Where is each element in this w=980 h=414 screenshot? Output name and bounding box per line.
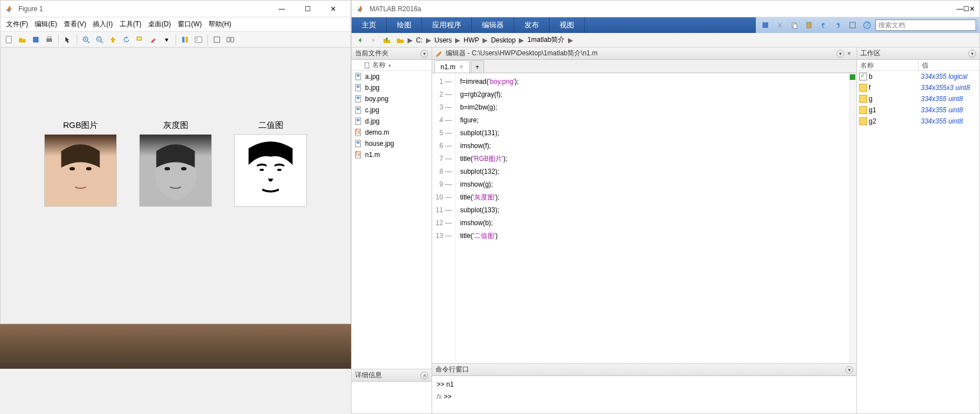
close-button[interactable]: ✕ bbox=[320, 1, 346, 17]
redo-icon[interactable] bbox=[832, 19, 844, 31]
add-tab-button[interactable]: + bbox=[471, 60, 484, 73]
code-line[interactable]: imshow(b); bbox=[460, 217, 519, 230]
workspace-variable[interactable]: f334x355x3 uint8 bbox=[857, 82, 979, 93]
command-line[interactable]: fx >> bbox=[437, 391, 852, 403]
code-line[interactable]: subplot(131); bbox=[460, 127, 519, 140]
panel-header[interactable]: 详细信息 ʌ bbox=[352, 369, 432, 382]
path-segment[interactable]: C: bbox=[414, 35, 425, 45]
file-row[interactable]: fxdemo.m bbox=[352, 127, 432, 138]
code-line[interactable]: figure; bbox=[460, 114, 519, 127]
minimize-button[interactable]: — bbox=[957, 5, 963, 13]
file-row[interactable]: c.jpg bbox=[352, 104, 432, 116]
brush-icon[interactable] bbox=[147, 34, 159, 46]
search-input[interactable]: 搜索文档 bbox=[875, 20, 976, 31]
menu-item[interactable]: 插入(I) bbox=[89, 18, 116, 31]
workspace-list[interactable]: b334x355 logicalf334x355x3 uint8g334x355… bbox=[857, 71, 979, 413]
file-row[interactable]: d.jpg bbox=[352, 116, 432, 127]
back-button[interactable] bbox=[354, 34, 366, 46]
code-line[interactable]: f=imread('boy.png'); bbox=[460, 75, 519, 88]
menu-item[interactable]: 工具(T) bbox=[116, 18, 145, 31]
workspace-variable[interactable]: g2334x355 uint8 bbox=[857, 116, 979, 127]
name-column[interactable]: 名称 bbox=[857, 60, 919, 70]
zoom-in-icon[interactable] bbox=[80, 34, 92, 46]
code-content[interactable]: f=imread('boy.png');g=rgb2gray(f);b=im2b… bbox=[456, 73, 523, 363]
dock2-icon[interactable] bbox=[224, 34, 236, 46]
print-icon[interactable] bbox=[43, 34, 55, 46]
code-line[interactable]: g=rgb2gray(f); bbox=[460, 88, 519, 101]
file-list[interactable]: a.jpgb.jpgboy.pngc.jpgd.jpgfxdemo.mhouse… bbox=[352, 71, 432, 369]
menu-item[interactable]: 桌面(D) bbox=[145, 18, 174, 31]
code-line[interactable]: title('RGB图片'); bbox=[460, 153, 519, 165]
switch-icon[interactable] bbox=[846, 19, 859, 31]
command-line[interactable]: >> n1 bbox=[437, 378, 852, 391]
pointer-icon[interactable] bbox=[61, 34, 74, 46]
workspace-variable[interactable]: g1334x355 uint8 bbox=[857, 104, 979, 116]
zoom-out-icon[interactable] bbox=[93, 34, 106, 46]
maximize-button[interactable]: ☐ bbox=[963, 5, 969, 13]
toolstrip-tab[interactable]: 应用程序 bbox=[422, 17, 472, 33]
cut-icon[interactable] bbox=[774, 19, 786, 31]
code-line[interactable]: imshow(g); bbox=[460, 178, 519, 191]
panel-close-icon[interactable]: ✕ bbox=[845, 50, 853, 58]
code-line[interactable]: b=im2bw(g); bbox=[460, 101, 519, 114]
file-row[interactable]: fxn1.m bbox=[352, 149, 432, 160]
toolstrip-tab[interactable]: 视图 bbox=[550, 17, 585, 33]
path-segment[interactable]: 1matlab简介 bbox=[525, 34, 567, 46]
link-icon[interactable]: ▾ bbox=[160, 34, 173, 46]
matlab-titlebar[interactable]: MATLAB R2016a — ☐ ✕ bbox=[352, 1, 979, 17]
panel-menu-icon[interactable]: ▾ bbox=[420, 50, 428, 58]
toolstrip-tab[interactable]: 绘图 bbox=[387, 17, 422, 33]
save-icon[interactable] bbox=[30, 34, 42, 46]
tab-close-icon[interactable]: ✕ bbox=[459, 64, 463, 70]
menu-item[interactable]: 查看(V) bbox=[60, 18, 89, 31]
code-line[interactable]: subplot(133); bbox=[460, 204, 519, 217]
code-line[interactable]: title('二值图') bbox=[460, 230, 519, 242]
code-editor[interactable]: 1 —2 —3 —4 —5 —6 —7 —8 —9 —10 —11 —12 —1… bbox=[432, 73, 856, 363]
menu-item[interactable]: 编辑(E) bbox=[31, 18, 60, 31]
maximize-button[interactable]: ☐ bbox=[295, 1, 320, 17]
workspace-variable[interactable]: g334x355 uint8 bbox=[857, 93, 979, 104]
colorbar-icon[interactable] bbox=[179, 34, 191, 46]
pan-icon[interactable] bbox=[107, 34, 119, 46]
path-segment[interactable]: Users bbox=[432, 35, 454, 45]
save-icon[interactable] bbox=[759, 19, 771, 31]
panel-menu-icon[interactable]: ▾ bbox=[845, 366, 853, 374]
file-row[interactable]: a.jpg bbox=[352, 71, 432, 82]
panel-collapse-icon[interactable]: ʌ bbox=[420, 372, 428, 379]
close-button[interactable]: ✕ bbox=[969, 5, 975, 13]
path-segment[interactable]: HWP bbox=[461, 35, 481, 45]
file-row[interactable]: boy.png bbox=[352, 93, 432, 104]
help-icon[interactable]: ? bbox=[861, 19, 873, 31]
file-list-header[interactable]: 名称 ▲ bbox=[352, 60, 432, 71]
panel-header[interactable]: 工作区 ▾ bbox=[857, 47, 979, 60]
panel-menu-icon[interactable]: ▾ bbox=[968, 50, 976, 58]
menu-item[interactable]: 帮助(H) bbox=[205, 18, 235, 31]
command-input-area[interactable]: >> n1fx >> bbox=[432, 376, 856, 413]
workspace-variable[interactable]: b334x355 logical bbox=[857, 71, 979, 82]
code-line[interactable]: imshow(f); bbox=[460, 140, 519, 153]
up-folder-icon[interactable] bbox=[381, 34, 393, 46]
toolstrip-tab[interactable]: 发布 bbox=[514, 17, 550, 33]
paste-icon[interactable] bbox=[803, 19, 815, 31]
editor-header[interactable]: 编辑器 - C:\Users\HWP\Desktop\1matlab简介\n1.… bbox=[432, 47, 856, 60]
dock1-icon[interactable] bbox=[211, 34, 223, 46]
rotate-icon[interactable] bbox=[120, 34, 132, 46]
panel-header[interactable]: 当前文件夹 ▾ bbox=[352, 47, 432, 60]
code-line[interactable]: title('灰度图'); bbox=[460, 191, 519, 204]
legend-icon[interactable] bbox=[192, 34, 205, 46]
menu-item[interactable]: 窗口(W) bbox=[174, 18, 205, 31]
panel-header[interactable]: 命令行窗口 ▾ bbox=[432, 364, 856, 376]
code-status-strip[interactable] bbox=[849, 73, 856, 363]
file-row[interactable]: b.jpg bbox=[352, 82, 432, 93]
undo-icon[interactable] bbox=[817, 19, 830, 31]
toolstrip-tab[interactable]: 编辑器 bbox=[472, 17, 514, 33]
path-segment[interactable]: Desktop bbox=[489, 35, 518, 45]
workspace-header[interactable]: 名称 值 bbox=[857, 60, 979, 71]
editor-tab[interactable]: n1.m ✕ bbox=[434, 60, 470, 73]
file-row[interactable]: house.jpg bbox=[352, 138, 432, 149]
minimize-button[interactable]: — bbox=[269, 1, 295, 17]
value-column[interactable]: 值 bbox=[919, 60, 932, 70]
forward-button[interactable] bbox=[367, 34, 380, 46]
menu-item[interactable]: 文件(F) bbox=[3, 18, 31, 31]
copy-icon[interactable] bbox=[788, 19, 801, 31]
